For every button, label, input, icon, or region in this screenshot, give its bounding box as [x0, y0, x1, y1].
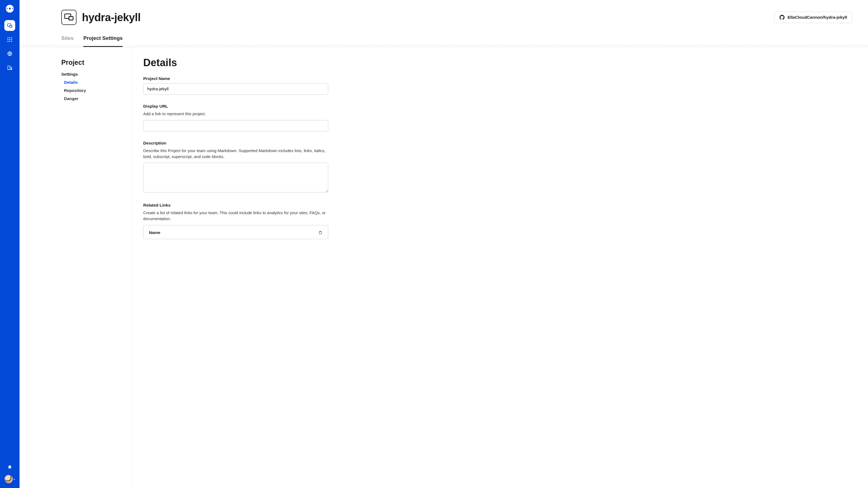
github-icon	[779, 14, 785, 20]
tab-sites[interactable]: Sites	[61, 35, 73, 47]
form-title: Details	[143, 57, 328, 69]
sidebar-item-danger[interactable]: Danger	[64, 96, 121, 101]
project-name-label: Project Name	[143, 76, 328, 81]
delete-link-button[interactable]	[318, 230, 322, 235]
notifications-icon[interactable]	[6, 464, 13, 471]
sidebar-subtitle: Settings	[61, 72, 121, 77]
svg-rect-7	[11, 37, 12, 38]
rail-item-apps[interactable]	[4, 34, 15, 45]
svg-rect-8	[8, 39, 8, 40]
sidebar-item-details[interactable]: Details	[64, 80, 121, 85]
related-links-help: Create a list of related links for your …	[143, 210, 328, 222]
svg-rect-3	[9, 26, 12, 27]
settings-sidebar: Project Settings Details Repository Dang…	[20, 47, 132, 488]
project-icon	[61, 10, 76, 25]
display-url-help: Add a link to represent this project.	[143, 111, 328, 117]
svg-rect-9	[9, 39, 10, 40]
nav-rail: ▸	[0, 0, 20, 488]
svg-rect-19	[69, 17, 73, 20]
svg-rect-11	[8, 41, 8, 42]
rail-item-org[interactable]	[4, 62, 15, 73]
svg-rect-13	[11, 41, 12, 42]
tabs: Sites Project Settings	[61, 35, 852, 47]
rail-item-projects[interactable]	[4, 20, 15, 31]
description-label: Description	[143, 141, 328, 145]
page-title: hydra-jekyll	[82, 11, 141, 24]
svg-rect-12	[9, 41, 10, 42]
svg-rect-10	[11, 39, 12, 40]
svg-point-17	[11, 68, 12, 69]
description-help: Describe this Project for your team usin…	[143, 148, 328, 160]
svg-rect-15	[8, 66, 10, 69]
description-textarea[interactable]	[143, 163, 328, 193]
link-name-label: Name	[149, 230, 160, 235]
user-menu[interactable]: ▸	[5, 475, 15, 483]
sidebar-item-repository[interactable]: Repository	[64, 88, 121, 93]
related-links-label: Related Links	[143, 203, 328, 208]
chevron-right-icon: ▸	[14, 478, 15, 480]
display-url-input[interactable]	[143, 120, 328, 131]
details-form: Details Project Name Display URL Add a l…	[132, 47, 344, 488]
tab-project-settings[interactable]: Project Settings	[83, 35, 123, 47]
project-header: hydra-jekyll EllaCloudCannon/hydra-jekyl…	[20, 0, 868, 47]
svg-point-1	[8, 7, 11, 10]
svg-rect-5	[8, 37, 8, 38]
project-name-input[interactable]	[143, 83, 328, 95]
sidebar-title: Project	[61, 59, 121, 66]
rail-item-domains[interactable]	[4, 48, 15, 59]
repo-link-button[interactable]: EllaCloudCannon/hydra-jekyll	[774, 12, 852, 23]
svg-rect-6	[9, 37, 10, 38]
related-link-item: Name	[143, 225, 328, 239]
display-url-label: Display URL	[143, 104, 328, 109]
avatar	[5, 475, 13, 483]
brand-logo-icon	[5, 4, 14, 13]
repo-link-label: EllaCloudCannon/hydra-jekyll	[787, 15, 847, 20]
